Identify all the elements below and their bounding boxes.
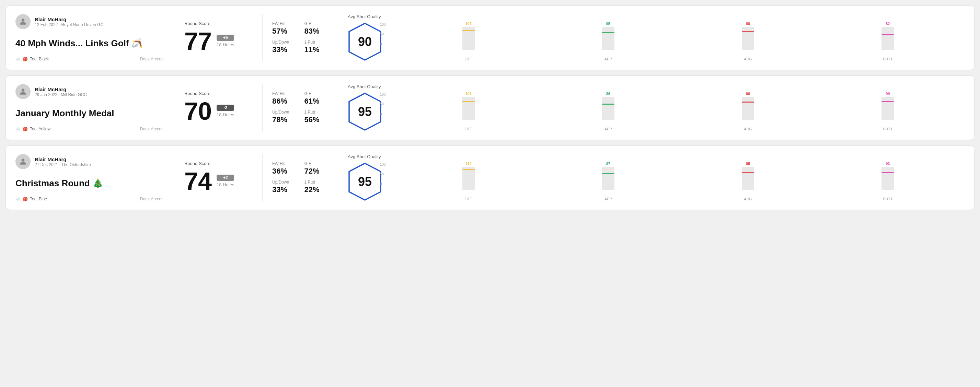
score-details: +5 18 Holes [216, 35, 234, 48]
tee-label: Tee: Black [30, 57, 49, 62]
bar-line [881, 172, 894, 173]
tee-label: Tee: Yellow [30, 127, 51, 132]
bar-value-label: 98 [746, 22, 750, 26]
quality-inner: 90100500107959882OTTAPPARGPUTT [348, 22, 955, 62]
card-stats-section: FW Hit 36% GIR 72% Up/Down 33% 1 Putt 22… [262, 154, 338, 201]
bar-line [462, 169, 475, 170]
updown-stat: Up/Down 33% [272, 180, 296, 194]
gir-label: GIR [304, 91, 328, 96]
bar-axis-label: OTT [401, 197, 536, 201]
card-footer: ☁️ 🎒 Tee: Black Data: Arccos [16, 57, 163, 62]
user-icon [19, 87, 27, 96]
quality-score: 90 [358, 35, 372, 49]
score-details: -2 18 Holes [216, 105, 234, 117]
holes-label: 18 Holes [216, 182, 234, 187]
card-stats-section: FW Hit 57% GIR 83% Up/Down 33% 1 Putt 11… [262, 14, 338, 62]
bar-value-label: 110 [465, 162, 471, 166]
bar-axis-label: OTT [401, 57, 536, 61]
updown-stat: Up/Down 33% [272, 40, 296, 54]
user-icon [19, 17, 27, 26]
oneputt-label: 1 Putt [304, 180, 328, 185]
weather-icon: ☁️ [16, 197, 21, 201]
bar-axis-label: PUTT [821, 57, 955, 61]
bar-axis-label: APP [541, 197, 675, 201]
updown-value: 33% [272, 185, 296, 194]
bar-line [742, 172, 754, 173]
fw-hit-value: 36% [272, 167, 296, 176]
stats-grid: FW Hit 36% GIR 72% Up/Down 33% 1 Putt 22… [272, 161, 328, 194]
fw-hit-stat: FW Hit 36% [272, 161, 296, 176]
holes-label: 18 Holes [216, 112, 234, 117]
oneputt-label: 1 Putt [304, 40, 328, 44]
round-date: 29 Jan 2022 · Mill Ride GCC [35, 92, 87, 97]
svg-point-4 [22, 159, 25, 162]
gir-value: 61% [304, 97, 328, 106]
quality-score: 95 [358, 174, 372, 189]
avg-shot-quality-label: Avg Shot Quality [348, 14, 955, 19]
hexagon: 95 [348, 92, 382, 132]
bar-group-app: 87 [541, 162, 675, 190]
bar-line [881, 101, 894, 102]
bar-axis-label: ARG [681, 127, 815, 131]
holes-label: 18 Holes [216, 42, 234, 48]
bar-group-putt: 99 [821, 92, 955, 120]
score-number: 70 [185, 99, 212, 124]
gir-label: GIR [304, 161, 328, 166]
bar-line [462, 30, 475, 31]
golf-bag-icon: 🎒 [23, 197, 28, 201]
bar-group-arg: 96 [681, 92, 815, 120]
bar-group-app: 95 [541, 22, 675, 50]
gir-value: 83% [304, 27, 328, 36]
bar-value-label: 95 [606, 22, 610, 26]
updown-value: 78% [272, 115, 296, 124]
hexagon-container: 95 [348, 92, 382, 132]
card-quality-section: Avg Shot Quality 95100500110879593OTTAPP… [338, 154, 964, 201]
oneputt-label: 1 Putt [304, 110, 328, 114]
bar-line [602, 32, 614, 33]
bar-value-label: 82 [886, 22, 890, 26]
bar-axis-label: PUTT [821, 197, 955, 201]
quality-inner: 95100500110879593OTTAPPARGPUTT [348, 162, 955, 201]
player-name: Blair McHarg [35, 86, 87, 92]
card-left-section: Blair McHarg 27 Dec 2021 · The Oxfordshi… [16, 154, 173, 201]
oneputt-stat: 1 Putt 11% [304, 40, 328, 54]
score-row: 70 -2 18 Holes [185, 99, 251, 124]
round-date: 27 Dec 2021 · The Oxfordshire [35, 162, 91, 167]
updown-label: Up/Down [272, 110, 296, 114]
bar-value-label: 86 [606, 92, 610, 96]
bar-value-label: 107 [465, 22, 471, 26]
bar-line [602, 173, 614, 174]
bar-axis-label: APP [541, 127, 675, 131]
tee-label: Tee: Blue [30, 197, 47, 201]
bar-chart: 100500101869699OTTAPPARGPUTT [390, 93, 955, 131]
bar-value-label: 87 [606, 162, 610, 166]
bar-group-ott: 110 [401, 162, 536, 190]
score-row: 74 +2 18 Holes [185, 169, 251, 194]
card-left-section: Blair McHarg 12 Feb 2022 · Royal North D… [16, 14, 173, 62]
bar-group-app: 86 [541, 92, 675, 120]
hexagon: 90 [348, 22, 382, 62]
bar-line [602, 104, 614, 105]
score-diff-badge: -2 [216, 105, 234, 111]
round-card: Blair McHarg 29 Jan 2022 · Mill Ride GCC… [5, 76, 975, 140]
weather-icon: ☁️ [16, 57, 21, 62]
bar-value-label: 96 [746, 92, 750, 96]
avatar [16, 14, 30, 29]
bar-line [742, 31, 754, 32]
bar-value-label: 101 [465, 92, 471, 96]
gir-stat: GIR 72% [304, 161, 328, 176]
hexagon-container: 95 [348, 162, 382, 201]
golf-bag-icon: 🎒 [23, 57, 28, 62]
gir-stat: GIR 83% [304, 21, 328, 36]
score-diff-badge: +5 [216, 35, 234, 41]
fw-hit-value: 57% [272, 27, 296, 36]
bar-group-ott: 107 [401, 22, 536, 50]
score-number: 74 [185, 169, 212, 194]
bar-line [462, 101, 475, 102]
oneputt-value: 22% [304, 185, 328, 194]
quality-score: 95 [358, 105, 372, 119]
stats-grid: FW Hit 86% GIR 61% Up/Down 78% 1 Putt 56… [272, 91, 328, 124]
bar-chart: 100500107959882OTTAPPARGPUTT [390, 23, 955, 61]
oneputt-stat: 1 Putt 22% [304, 180, 328, 194]
round-card: Blair McHarg 12 Feb 2022 · Royal North D… [5, 5, 975, 70]
